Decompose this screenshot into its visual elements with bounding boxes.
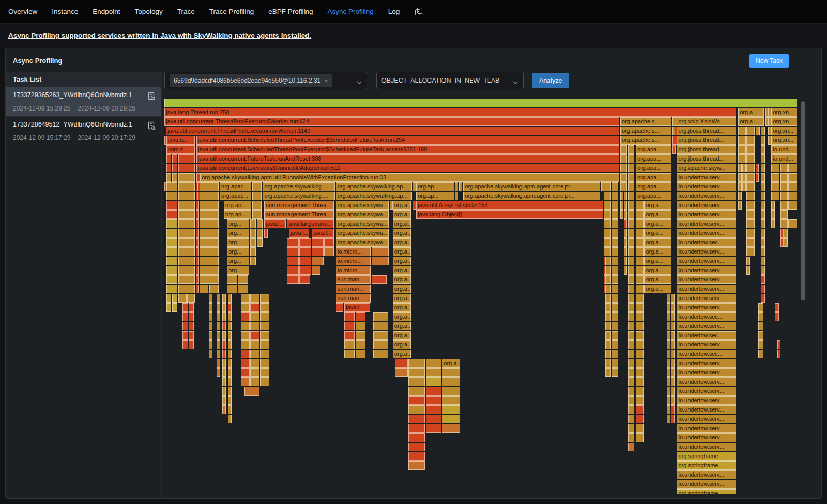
flame-frame[interactable] (738, 192, 742, 200)
flame-frame[interactable] (200, 238, 219, 247)
flame-frame[interactable] (761, 173, 764, 182)
flame-frame[interactable] (372, 257, 389, 265)
flame-frame[interactable] (612, 229, 618, 238)
flame-frame[interactable] (200, 229, 219, 238)
flame-frame[interactable]: io.undertow.serv... (677, 257, 736, 265)
flame-frame[interactable] (771, 182, 779, 191)
flame-frame[interactable] (628, 368, 634, 377)
nav-tab-overview[interactable]: Overview (8, 8, 37, 15)
flame-frame[interactable] (178, 257, 195, 265)
flame-frame[interactable]: org.apache.skywa... (336, 219, 389, 228)
flame-frame[interactable] (209, 331, 212, 340)
flame-frame[interactable] (628, 247, 634, 256)
flame-frame[interactable] (250, 377, 259, 386)
flame-frame[interactable] (228, 350, 232, 358)
flame-frame[interactable] (344, 322, 355, 330)
flame-frame[interactable] (250, 312, 259, 321)
flame-frame[interactable] (200, 285, 208, 293)
flame-frame[interactable]: io.undertow.sec... (677, 350, 736, 358)
flame-frame[interactable] (636, 359, 644, 368)
flame-frame[interactable] (624, 219, 627, 228)
flame-frame[interactable] (604, 229, 611, 238)
flame-frame[interactable] (426, 387, 442, 396)
flame-frame[interactable] (612, 219, 618, 228)
flame-frame[interactable] (636, 303, 644, 312)
flame-frame[interactable] (667, 312, 670, 321)
flame-frame[interactable] (172, 173, 177, 182)
flame-frame[interactable] (426, 359, 442, 368)
flame-frame[interactable]: org.apa... (636, 164, 671, 172)
flame-frame[interactable]: io.undertow.serv... (677, 173, 736, 182)
flame-frame[interactable] (624, 201, 627, 210)
flame-frame[interactable] (636, 433, 644, 442)
flame-frame[interactable] (628, 405, 634, 414)
flame-frame[interactable]: org.a... (393, 266, 411, 275)
flame-frame[interactable]: org.a... (644, 201, 671, 210)
flame-frame[interactable] (250, 340, 259, 349)
flame-frame[interactable]: org.a... (644, 229, 671, 238)
flame-frame[interactable]: org.a... (644, 247, 671, 256)
flame-frame[interactable]: org... (227, 219, 249, 228)
flame-frame[interactable] (780, 238, 784, 247)
flame-frame[interactable] (395, 359, 408, 368)
flame-frame[interactable] (260, 359, 269, 368)
flame-frame[interactable] (636, 322, 644, 330)
flame-frame[interactable] (628, 182, 634, 191)
flame-frame[interactable] (742, 182, 746, 191)
flame-frame[interactable] (356, 350, 366, 358)
flame-frame[interactable]: io.undertow.serv... (677, 470, 736, 479)
flame-frame[interactable]: org.a... (644, 275, 671, 284)
flame-frame[interactable] (238, 275, 248, 284)
flame-frame[interactable] (241, 312, 250, 321)
flame-frame[interactable] (671, 350, 675, 358)
flame-frame[interactable] (628, 433, 634, 442)
flame-frame[interactable] (667, 396, 670, 405)
flame-frame[interactable]: org.a... (644, 257, 671, 265)
flame-frame[interactable] (667, 340, 670, 349)
flame-frame[interactable] (636, 415, 644, 423)
flame-frame[interactable] (628, 331, 634, 340)
flame-frame[interactable]: io.undertow.serv... (677, 424, 736, 433)
flame-frame[interactable]: org.a... (644, 238, 671, 247)
flame-frame[interactable] (408, 359, 425, 368)
flame-frame[interactable] (667, 368, 670, 377)
flame-frame[interactable] (746, 210, 755, 219)
flame-frame[interactable]: io.undertow.serv... (677, 275, 736, 284)
remove-tag-icon[interactable]: × (324, 77, 328, 85)
flame-frame[interactable] (777, 340, 780, 349)
flame-frame[interactable]: org.springframe... (677, 461, 736, 470)
nav-tab-async-profiling[interactable]: Async Profiling (328, 8, 374, 15)
flame-frame[interactable] (761, 201, 764, 210)
flame-frame[interactable] (636, 331, 644, 340)
flame-frame[interactable]: org.apache.s... (620, 136, 671, 145)
flame-frame[interactable] (624, 247, 627, 256)
flame-frame[interactable] (768, 108, 771, 117)
flame-frame[interactable] (222, 294, 226, 303)
flame-frame[interactable] (287, 257, 299, 265)
flame-frame[interactable] (241, 294, 250, 303)
flame-frame[interactable] (166, 247, 177, 256)
flame-frame[interactable]: org.apache.skywalking.apm.util.RunnableW… (200, 173, 619, 182)
flame-frame[interactable]: org.a... (393, 247, 411, 256)
flame-frame[interactable] (373, 350, 388, 358)
flame-frame[interactable] (257, 229, 263, 238)
flame-frame[interactable] (636, 294, 644, 303)
flame-frame[interactable] (761, 192, 764, 200)
flame-frame[interactable] (257, 219, 263, 228)
flame-frame[interactable] (196, 266, 199, 275)
flame-frame[interactable] (260, 294, 269, 303)
flame-frame[interactable]: org.apache.skywa... (336, 238, 389, 247)
flame-frame[interactable] (788, 173, 797, 182)
flame-frame[interactable] (788, 182, 797, 191)
flame-frame[interactable] (189, 340, 194, 349)
analyze-button[interactable]: Analyze (532, 73, 569, 88)
flame-frame[interactable] (287, 247, 299, 256)
flame-frame[interactable] (250, 294, 259, 303)
flame-frame[interactable] (189, 331, 194, 340)
flame-frame[interactable] (612, 331, 618, 340)
flame-frame[interactable]: java.l... (264, 219, 286, 228)
flame-frame[interactable] (217, 294, 220, 303)
flame-frame[interactable] (217, 322, 220, 330)
flame-frame[interactable] (628, 322, 634, 330)
flame-frame[interactable] (217, 368, 220, 377)
